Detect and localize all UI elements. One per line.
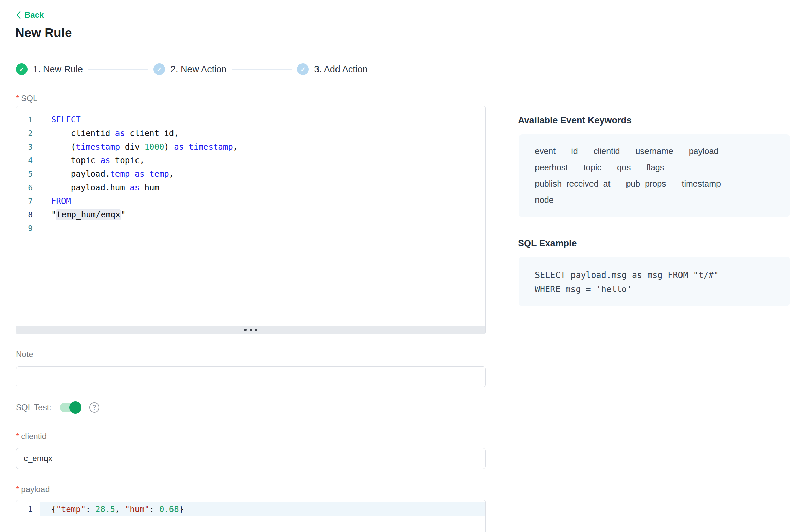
code-text [40,222,485,235]
step-item-1[interactable]: ✓1. New Rule [16,63,83,75]
keywords-row: publish_received_atpub_propstimestamp [535,178,774,189]
page-title: New Rule [15,26,72,40]
keyword-item: event [535,145,556,157]
note-field-label: Note [16,349,33,359]
chevron-left-icon [16,11,21,19]
required-asterisk: * [16,484,19,494]
code-text: payload.hum as hum [40,181,485,194]
step-check-icon: ✓ [16,63,28,75]
line-number: 4 [16,154,40,167]
keywords-row: peerhosttopicqosflags [535,162,774,173]
keywords-panel: eventidclientidusernamepayloadpeerhostto… [519,134,790,217]
step-label: 2. New Action [170,64,226,75]
sql-editor-lines: 1SELECT2 clientid as client_id,3 (timest… [16,106,485,235]
step-connector [88,69,148,70]
code-line[interactable]: 7FROM [16,194,485,208]
sql-field-label: *SQL [16,94,37,103]
drag-dot-icon [255,329,257,331]
sql-example-line: WHERE msg = 'hello' [535,282,774,297]
keyword-item: username [635,145,673,157]
required-asterisk: * [16,432,19,441]
code-text: clientid as client_id, [40,127,485,140]
sql-test-row: SQL Test: ? [16,402,99,413]
code-text: "temp_hum/emqx" [40,208,485,222]
line-number: 8 [16,208,40,222]
step-label: 3. Add Action [314,64,368,75]
indent-guide [52,127,52,194]
step-check-icon: ✓ [153,63,165,75]
keywords-row: eventidclientidusernamepayload [535,145,774,157]
keyword-item: pub_props [626,178,666,189]
keyword-item: flags [646,162,664,173]
sql-example-panel: SELECT payload.msg as msg FROM "t/#"WHER… [519,256,790,306]
line-number: 2 [16,127,40,140]
code-line[interactable]: 6 payload.hum as hum [16,181,485,194]
required-asterisk: * [16,94,19,103]
code-line[interactable]: 4 topic as topic, [16,154,485,167]
line-number: 9 [16,222,40,235]
code-text: {"temp": 28.5, "hum": 0.68} [40,502,485,516]
code-line[interactable]: 1SELECT [16,113,485,127]
sql-example-line: SELECT payload.msg as msg FROM "t/#" [535,268,774,282]
line-number: 7 [16,194,40,208]
clientid-field-label: *clientid [16,432,47,441]
code-line[interactable]: 8"temp_hum/emqx" [16,208,485,222]
line-number: 5 [16,167,40,181]
code-text: (timestamp div 1000) as timestamp, [40,140,485,154]
note-input[interactable] [16,366,486,387]
sql-test-toggle[interactable] [60,403,80,412]
indent-guide [65,127,65,194]
keyword-item: timestamp [682,178,721,189]
keyword-item: node [535,194,554,206]
sql-example-title: SQL Example [518,238,577,249]
drag-dot-icon [244,329,247,331]
keywords-row: node [535,194,774,206]
keyword-item: topic [583,162,601,173]
line-number: 6 [16,181,40,194]
keywords-panel-title: Available Event Keywords [518,115,632,126]
payload-editor[interactable]: 1{"temp": 28.5, "hum": 0.68} [16,500,486,532]
keyword-item: payload [689,145,719,157]
step-indicator: ✓1. New Rule✓2. New Action✓3. Add Action [16,63,368,75]
keyword-item: qos [617,162,631,173]
help-icon[interactable]: ? [89,402,99,413]
line-number: 3 [16,140,40,154]
code-line[interactable]: 9 [16,222,485,235]
keyword-item: clientid [594,145,620,157]
keyword-item: publish_received_at [535,178,610,189]
code-text: SELECT [40,113,485,127]
step-item-3[interactable]: ✓3. Add Action [297,63,368,75]
sql-editor[interactable]: 1SELECT2 clientid as client_id,3 (timest… [16,106,486,334]
step-item-2[interactable]: ✓2. New Action [153,63,226,75]
back-label: Back [24,10,44,20]
editor-resize-handle[interactable] [16,326,485,334]
code-text: topic as topic, [40,154,485,167]
code-text: FROM [40,194,485,208]
payload-editor-lines: 1{"temp": 28.5, "hum": 0.68} [16,500,485,516]
toggle-knob [69,401,81,414]
back-link[interactable]: Back [16,10,44,20]
clientid-input[interactable] [16,448,486,469]
code-line[interactable]: 2 clientid as client_id, [16,127,485,140]
code-line[interactable]: 3 (timestamp div 1000) as timestamp, [16,140,485,154]
line-number: 1 [16,502,40,516]
keyword-item: peerhost [535,162,568,173]
line-number: 1 [16,113,40,127]
drag-dot-icon [250,329,252,331]
step-connector [232,69,292,70]
code-line[interactable]: 1{"temp": 28.5, "hum": 0.68} [16,502,485,516]
code-text: payload.temp as temp, [40,167,485,181]
code-line[interactable]: 5 payload.temp as temp, [16,167,485,181]
step-label: 1. New Rule [33,64,83,75]
payload-field-label: *payload [16,484,50,494]
keyword-item: id [571,145,578,157]
step-check-icon: ✓ [297,63,309,75]
sql-test-label: SQL Test: [16,403,51,412]
